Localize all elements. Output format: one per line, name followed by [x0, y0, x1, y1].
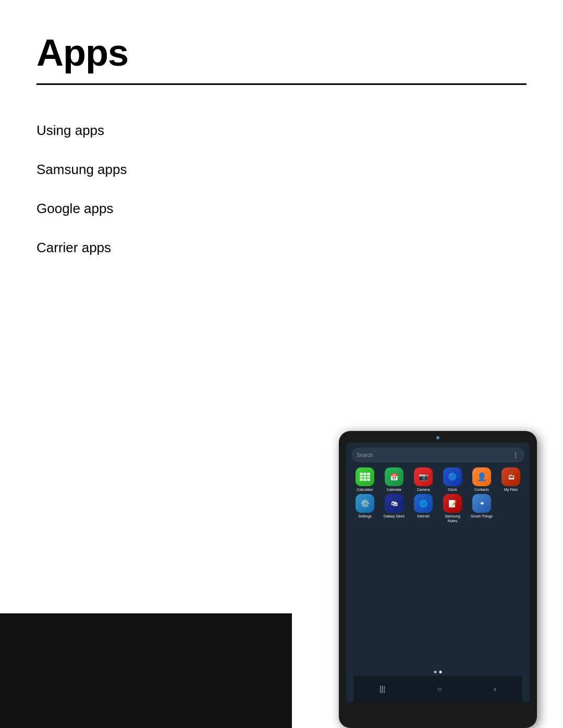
- title-divider: [36, 83, 527, 85]
- page-title: Apps: [36, 31, 527, 74]
- tablet-screen: Search ⋮ Calculator: [346, 442, 530, 702]
- app-calendar[interactable]: 📅 Calendar: [382, 467, 407, 492]
- tablet-navigation-bar: ||| ○ ‹: [353, 676, 522, 702]
- settings-icon: ⚙️: [356, 494, 374, 513]
- myfiles-label: My Files: [504, 488, 518, 492]
- samsungnotes-icon: 📝: [443, 494, 462, 513]
- app-grid: Calculator 📅 Calendar 📷 Camera 🔵 Clock: [346, 465, 530, 525]
- search-placeholder: Search: [357, 452, 373, 458]
- samsungnotes-label: Samsung Notes: [440, 514, 465, 523]
- internet-label: Internet: [417, 514, 430, 519]
- bottom-black-section: [0, 613, 292, 728]
- app-search-bar[interactable]: Search ⋮: [351, 448, 524, 462]
- calendar-label: Calendar: [387, 488, 401, 492]
- myfiles-icon: 🗂: [501, 467, 520, 486]
- home-icon[interactable]: ○: [437, 685, 442, 693]
- page-indicator: [434, 671, 442, 673]
- recent-apps-icon[interactable]: |||: [380, 685, 385, 693]
- nav-item-carrier-apps[interactable]: Carrier apps: [36, 228, 527, 267]
- contacts-icon: 👤: [472, 467, 491, 486]
- camera-label: Camera: [417, 488, 430, 492]
- app-settings[interactable]: ⚙️ Settings: [352, 494, 377, 519]
- clock-icon: 🔵: [443, 467, 462, 486]
- app-calculator[interactable]: Calculator: [352, 467, 377, 492]
- app-row-1: Calculator 📅 Calendar 📷 Camera 🔵 Clock: [350, 467, 525, 492]
- nav-item-google-apps[interactable]: Google apps: [36, 189, 527, 228]
- nav-item-using-apps[interactable]: Using apps: [36, 111, 527, 150]
- app-internet[interactable]: 🌐 Internet: [411, 494, 436, 519]
- app-camera[interactable]: 📷 Camera: [411, 467, 436, 492]
- clock-label: Clock: [448, 488, 457, 492]
- contacts-label: Contacts: [474, 488, 489, 492]
- search-menu-icon[interactable]: ⋮: [512, 451, 519, 459]
- nav-item-samsung-apps[interactable]: Samsung apps: [36, 150, 527, 189]
- tablet-camera: [436, 436, 439, 439]
- internet-icon: 🌐: [414, 494, 433, 513]
- galaxystore-icon: 🛍: [385, 494, 403, 513]
- app-galaxystore[interactable]: 🛍 Galaxy Store: [382, 494, 407, 519]
- app-row-2: ⚙️ Settings 🛍 Galaxy Store 🌐 Internet 📝 …: [350, 494, 525, 523]
- camera-icon: 📷: [414, 467, 433, 486]
- page-dot-1: [434, 671, 437, 673]
- page-content: Apps Using apps Samsung apps Google apps…: [0, 0, 563, 267]
- smartthings-label: Smart-Things: [471, 514, 493, 519]
- tablet-device: Search ⋮ Calculator: [339, 431, 537, 728]
- app-clock[interactable]: 🔵 Clock: [440, 467, 465, 492]
- smartthings-icon: ⚭: [472, 494, 491, 513]
- app-smartthings[interactable]: ⚭ Smart-Things: [469, 494, 494, 519]
- calendar-icon: 📅: [385, 467, 403, 486]
- page-dot-2: [439, 671, 442, 673]
- app-contacts[interactable]: 👤 Contacts: [469, 467, 494, 492]
- settings-label: Settings: [358, 514, 371, 519]
- galaxystore-label: Galaxy Store: [384, 514, 405, 519]
- back-icon[interactable]: ‹: [494, 685, 496, 693]
- calculator-label: Calculator: [357, 488, 373, 492]
- tablet-body: Search ⋮ Calculator: [339, 431, 537, 728]
- nav-list: Using apps Samsung apps Google apps Carr…: [36, 111, 527, 267]
- app-samsungnotes[interactable]: 📝 Samsung Notes: [440, 494, 465, 523]
- app-myfiles[interactable]: 🗂 My Files: [498, 467, 523, 492]
- calculator-icon: [356, 467, 374, 486]
